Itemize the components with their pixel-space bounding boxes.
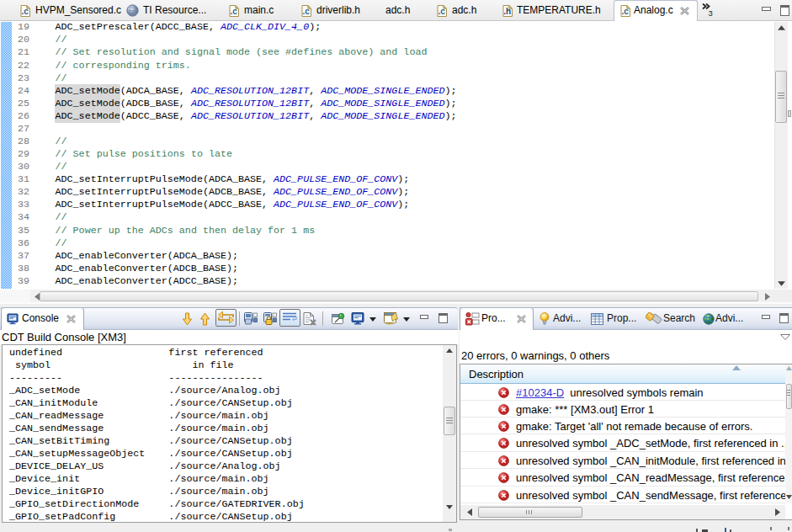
svg-text:.c: .c (439, 7, 446, 16)
svg-text:.c: .c (303, 7, 311, 16)
svg-text:.c: .c (622, 7, 630, 16)
svg-text:3: 3 (709, 8, 713, 18)
svg-text:.c: .c (231, 7, 238, 16)
svg-text:.h: .h (503, 7, 511, 16)
svg-text:.c: .c (22, 7, 29, 16)
